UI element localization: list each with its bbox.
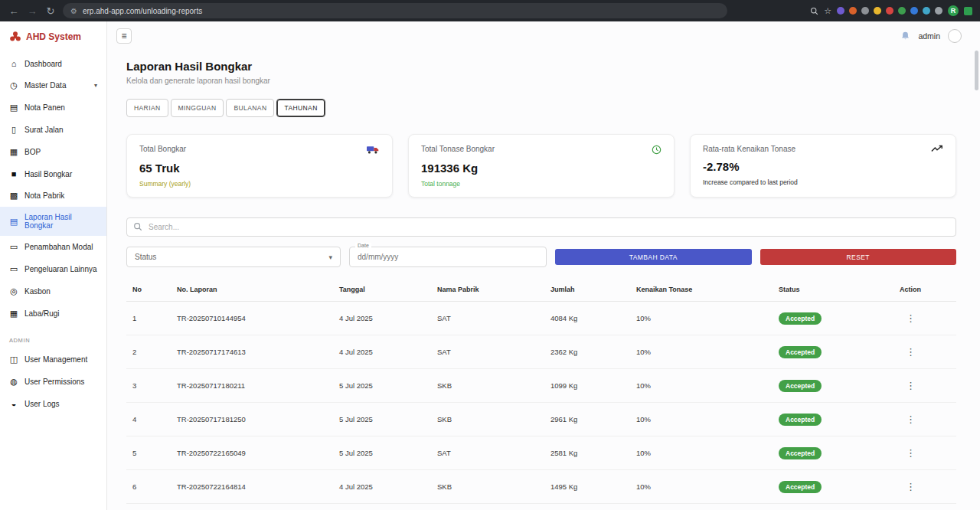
sidebar-item-nota-panen[interactable]: ▤ Nota Panen <box>0 96 106 119</box>
col-header-pabrik: Nama Pabrik <box>431 278 544 302</box>
status-select[interactable]: Status ▾ <box>126 247 341 267</box>
master-data-icon: ◷ <box>9 80 18 90</box>
sidebar: AHD System ⌂ Dashboard ◷ Master Data ▾ ▤… <box>0 21 107 510</box>
sidebar-item-laporan-hasil-bongkar[interactable]: ▤ Laporan Hasil Bongkar <box>0 207 106 236</box>
sidebar-item-pengeluaran-lainnya[interactable]: ▭ Pengeluaran Lainnya <box>0 258 106 280</box>
status-badge: Accepted <box>779 481 822 493</box>
extension-icon[interactable] <box>886 7 893 15</box>
extension-icon[interactable] <box>837 7 844 15</box>
sidebar-item-user-management[interactable]: ◫ User Management <box>0 348 106 371</box>
page-title: Laporan Hasil Bongkar <box>126 60 956 73</box>
cell-action: ⋮ <box>893 369 956 403</box>
sidebar-item-user-logs[interactable]: ◒ User Logs <box>0 393 106 414</box>
row-actions-icon[interactable]: ⋮ <box>900 380 922 391</box>
tab-bulanan[interactable]: BULANAN <box>226 99 274 117</box>
search-icon <box>133 222 142 231</box>
cell-no-laporan: TR-20250717180211 <box>171 369 333 403</box>
sidebar-item-kasbon[interactable]: ◎ Kasbon <box>0 280 106 302</box>
bookmark-star-icon[interactable]: ☆ <box>824 6 831 16</box>
cell-no: 5 <box>126 436 171 470</box>
sidebar-item-surat-jalan[interactable]: ▯ Surat Jalan <box>0 119 106 141</box>
cell-kenaikan-tonase: 10% <box>630 335 773 369</box>
notifications-bell-icon[interactable] <box>900 31 910 41</box>
col-header-status: Status <box>773 278 893 302</box>
chart-icon: ▦ <box>9 309 18 319</box>
browser-profile-avatar[interactable]: R <box>948 5 959 16</box>
screenshot-tool-icon[interactable] <box>964 7 972 15</box>
sidebar-item-label: Pengeluaran Lainnya <box>24 265 97 273</box>
row-actions-icon[interactable]: ⋮ <box>900 481 922 492</box>
cell-no-laporan: TR-20250722165049 <box>171 436 333 470</box>
period-tabs: HARIAN MINGGUAN BULANAN TAHUNAN <box>126 99 956 117</box>
surat-jalan-icon: ▯ <box>9 125 18 135</box>
row-actions-icon[interactable]: ⋮ <box>900 346 922 358</box>
site-settings-icon[interactable]: ⚙ <box>70 7 77 15</box>
browser-extensions <box>837 7 942 15</box>
row-actions-icon[interactable]: ⋮ <box>900 414 922 425</box>
brand: AHD System <box>0 21 106 53</box>
cell-jumlah: 2961 Kg <box>544 403 630 436</box>
sidebar-item-user-permissions[interactable]: ◍ User Permissions <box>0 371 106 393</box>
sidebar-item-dashboard[interactable]: ⌂ Dashboard <box>0 53 106 74</box>
truck-icon <box>367 145 380 155</box>
cell-jumlah: 2581 Kg <box>544 436 630 470</box>
extension-icon[interactable] <box>849 7 857 15</box>
status-badge: Accepted <box>779 312 822 325</box>
sidebar-item-hasil-bongkar[interactable]: ■ Hasil Bongkar <box>0 163 106 185</box>
refresh-icon[interactable]: ↻ <box>44 5 57 17</box>
user-avatar[interactable] <box>948 29 962 43</box>
sidebar-item-master-data[interactable]: ◷ Master Data ▾ <box>0 74 106 96</box>
extension-icon[interactable] <box>898 7 906 15</box>
sidebar-item-nota-pabrik[interactable]: ▩ Nota Pabrik <box>0 185 106 207</box>
extension-icon[interactable] <box>910 7 918 15</box>
hasil-bongkar-icon: ■ <box>9 169 18 178</box>
extension-icon[interactable] <box>861 7 869 15</box>
wallet-icon: ▭ <box>9 242 18 252</box>
cell-no-laporan: TR-20250722164814 <box>171 470 333 504</box>
extension-icon[interactable] <box>874 7 881 15</box>
sidebar-item-label: Dashboard <box>24 60 62 68</box>
sidebar-item-laba-rugi[interactable]: ▦ Laba/Rugi <box>0 302 106 325</box>
status-badge: Accepted <box>779 346 822 358</box>
sidebar-item-penambahan-modal[interactable]: ▭ Penambahan Modal <box>0 236 106 258</box>
back-icon[interactable]: ← <box>8 5 20 17</box>
card-caption: Total tonnage <box>421 180 662 188</box>
hamburger-menu-icon[interactable]: ≡ <box>116 28 132 44</box>
url-bar[interactable]: ⚙ erp.ahd-app.com/unloading-reports <box>63 3 727 18</box>
col-header-tanggal: Tanggal <box>333 278 431 302</box>
col-header-jumlah: Jumlah <box>544 278 630 302</box>
sidebar-item-label: Nota Panen <box>24 103 65 112</box>
filter-row: Status ▾ Date TAMBAH DATA RESET <box>126 247 956 267</box>
cell-action: ⋮ <box>893 403 956 436</box>
users-icon: ◫ <box>9 355 18 365</box>
scrollbar[interactable] <box>975 51 978 90</box>
tab-harian[interactable]: HARIAN <box>126 99 168 117</box>
card-total-bongkar: Total Bongkar 65 Truk Summary (yearly) <box>126 134 393 198</box>
forward-icon[interactable]: → <box>26 5 38 17</box>
cell-nama-pabrik: SAT <box>431 335 544 369</box>
reset-button[interactable]: RESET <box>760 249 957 265</box>
card-value: 191336 Kg <box>421 162 662 175</box>
expense-icon: ▭ <box>9 264 18 274</box>
app-header: ≡ admin <box>107 21 980 51</box>
row-actions-icon[interactable]: ⋮ <box>900 312 922 324</box>
cell-tanggal: 5 Jul 2025 <box>333 369 431 403</box>
tab-tahunan[interactable]: TAHUNAN <box>276 99 325 117</box>
date-input[interactable] <box>349 247 547 267</box>
tambah-data-button[interactable]: TAMBAH DATA <box>555 249 752 265</box>
table-row: 2 TR-20250717174613 4 Jul 2025 SAT 2362 … <box>126 335 956 369</box>
table-row: 1 TR-20250710144954 4 Jul 2025 SAT 4084 … <box>126 302 956 335</box>
sidebar-item-bop[interactable]: ▦ BOP <box>0 141 106 163</box>
search-input[interactable] <box>126 217 956 237</box>
cell-nama-pabrik: SAT <box>431 302 544 335</box>
tab-mingguan[interactable]: MINGGUAN <box>171 99 224 117</box>
card-caption: Increase compared to last period <box>703 178 943 186</box>
extension-icon[interactable] <box>923 7 930 15</box>
card-title: Total Bongkar <box>139 145 186 153</box>
extension-icon[interactable] <box>935 7 942 15</box>
status-badge: Accepted <box>779 380 822 392</box>
row-actions-icon[interactable]: ⋮ <box>900 447 922 459</box>
card-caption: Summary (yearly) <box>139 180 380 188</box>
zoom-icon[interactable] <box>810 7 818 15</box>
cell-nama-pabrik: SKB <box>431 403 544 436</box>
